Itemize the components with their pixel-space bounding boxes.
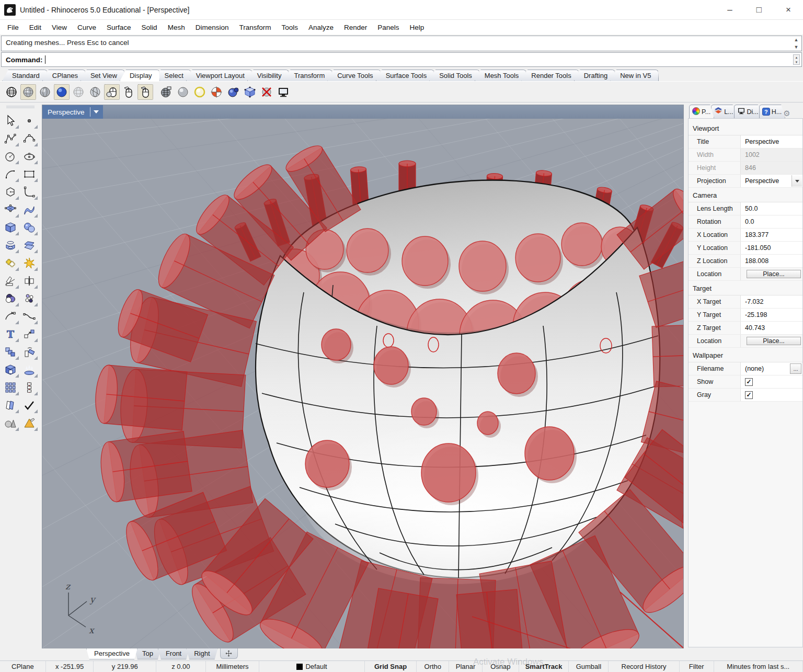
property-value-location[interactable]: Place...	[741, 268, 802, 280]
tool-extrude-icon[interactable]	[20, 361, 38, 378]
property-value-z-target[interactable]: 40.743	[741, 322, 802, 334]
toolbar-tab-select[interactable]: Select	[155, 70, 191, 81]
tool-rectangle-icon[interactable]	[20, 166, 38, 183]
command-history-scroll[interactable]: ▲▼	[793, 37, 800, 50]
tool-cone-gray-icon[interactable]	[2, 415, 19, 431]
menu-curve[interactable]: Curve	[72, 22, 101, 33]
location-place-button[interactable]: Place...	[747, 337, 801, 345]
mouse-box-alt-icon[interactable]	[137, 84, 153, 100]
toolbar-tab-render-tools[interactable]: Render Tools	[521, 70, 579, 81]
property-value-z-location[interactable]: 188.008	[741, 255, 802, 267]
menu-mesh[interactable]: Mesh	[163, 22, 190, 33]
menu-edit[interactable]: Edit	[24, 22, 47, 33]
shaded-sphere-icon[interactable]	[20, 84, 36, 100]
pen-sphere-icon[interactable]	[225, 84, 241, 100]
show-checkbox[interactable]: ✓	[745, 378, 753, 386]
tool-spheres-icon[interactable]	[20, 219, 38, 236]
property-value-y-target[interactable]: -25.198	[741, 309, 802, 321]
toolbar-tab-curve-tools[interactable]: Curve Tools	[327, 70, 381, 81]
property-value-x-location[interactable]: 183.377	[741, 229, 802, 241]
tool-curve-boolean-icon[interactable]	[2, 290, 19, 307]
monitor-icon[interactable]	[276, 84, 291, 100]
toolbar-tab-standard[interactable]: Standard	[2, 70, 48, 81]
tool-ellipse-icon[interactable]	[20, 148, 38, 165]
property-value-show[interactable]: ✓	[741, 375, 802, 388]
tool-polyline-icon[interactable]	[2, 130, 19, 147]
value-text[interactable]: -25.198	[745, 311, 767, 318]
command-spinner[interactable]: ▲▼	[793, 54, 800, 65]
value-text[interactable]: Perspective	[745, 177, 779, 185]
property-value-lens-length[interactable]: 50.0	[741, 202, 802, 215]
viewport-menu-arrow-icon[interactable]	[94, 110, 99, 113]
viewport-canvas[interactable]: zyx	[42, 119, 683, 648]
property-value-y-location[interactable]: -181.050	[741, 242, 802, 254]
value-text[interactable]: 40.743	[745, 324, 765, 332]
menu-view[interactable]: View	[47, 22, 72, 33]
property-value-title[interactable]: Perspective	[741, 135, 802, 148]
tool-point-icon[interactable]	[20, 112, 38, 129]
tool-group-icon[interactable]	[2, 397, 19, 414]
tool-adjust-curve-icon[interactable]	[2, 308, 19, 325]
viewport-tab-perspective[interactable]: Perspective	[86, 648, 137, 659]
no-draw-sphere-icon[interactable]	[259, 84, 274, 100]
tool-linear-array-icon[interactable]	[20, 379, 38, 396]
tool-check-icon[interactable]	[20, 397, 38, 414]
toolbar-tab-display[interactable]: Display	[120, 70, 160, 81]
viewport-title-bar[interactable]: Perspective	[42, 105, 683, 119]
status-z-coord[interactable]: z 0.00	[156, 661, 206, 672]
toolbar-tab-solid-tools[interactable]: Solid Tools	[429, 70, 480, 81]
tool-point-cloud-icon[interactable]	[20, 290, 38, 307]
panel-tab-properties[interactable]: P...	[689, 105, 714, 118]
tool-explode-icon[interactable]	[20, 255, 38, 271]
property-value-gray[interactable]: ✓	[741, 389, 802, 401]
status-cplane[interactable]: CPlane	[0, 661, 46, 672]
menu-analyze[interactable]: Analyze	[303, 22, 339, 33]
status-y-coord[interactable]: y 219.96	[94, 661, 156, 672]
blueprint-box-icon[interactable]	[242, 84, 258, 100]
gray-checkbox[interactable]: ✓	[745, 391, 753, 399]
browse-button[interactable]: ...	[790, 363, 801, 374]
value-text[interactable]: (none)	[745, 365, 764, 372]
status-units[interactable]: Millimeters	[206, 661, 260, 672]
status-toggle-grid-snap[interactable]: Grid Snap	[365, 661, 417, 672]
toolbar-tab-transform[interactable]: Transform	[284, 70, 332, 81]
status-toggle-record-history[interactable]: Record History	[609, 661, 680, 672]
shaded-sphere-alt-icon[interactable]	[37, 84, 53, 100]
ghosted-globe-icon[interactable]	[71, 84, 86, 100]
value-text[interactable]: -181.050	[745, 244, 771, 252]
status-toggle-filter[interactable]: Filter	[680, 661, 714, 672]
property-value-filename[interactable]: (none)...	[741, 362, 802, 375]
wireframe-globe-icon[interactable]	[4, 84, 19, 100]
status-toggle-ortho[interactable]: Ortho	[417, 661, 449, 672]
viewport-tab-top[interactable]: Top	[134, 648, 161, 659]
tool-cone-orange-icon[interactable]	[20, 415, 38, 431]
toolbar-tab-surface-tools[interactable]: Surface Tools	[376, 70, 435, 81]
tool-rotate-icon[interactable]	[20, 344, 38, 360]
status-toggle-gumball[interactable]: Gumball	[569, 661, 609, 672]
tool-curved-surface-icon[interactable]	[20, 201, 38, 218]
value-text[interactable]: Perspective	[745, 138, 779, 145]
panel-tab-layers[interactable]: L...	[711, 105, 737, 118]
toolbar-tab-visibility[interactable]: Visibility	[247, 70, 290, 81]
status-toggle-planar[interactable]: Planar	[449, 661, 483, 672]
value-text[interactable]: 50.0	[745, 205, 758, 212]
tool-arc-icon[interactable]	[2, 166, 19, 183]
toolbar-tab-viewport-layout[interactable]: Viewport Layout	[186, 70, 253, 81]
tool-surface-control-points-icon[interactable]	[2, 201, 19, 218]
status-toggle-smarttrack[interactable]: SmartTrack	[519, 661, 569, 672]
status-x-coord[interactable]: x -251.95	[46, 661, 94, 672]
menu-tools[interactable]: Tools	[276, 22, 303, 33]
tool-trim-icon[interactable]	[2, 272, 19, 289]
property-value-location[interactable]: Place...	[741, 335, 802, 347]
menu-solid[interactable]: Solid	[136, 22, 163, 33]
toolbar-tab-new-in-v5[interactable]: New in V5	[610, 70, 659, 81]
tool-fillet-corner-icon[interactable]	[20, 184, 38, 200]
tool-select-arrow-icon[interactable]	[2, 112, 19, 129]
tool-torus-icon[interactable]	[2, 237, 19, 254]
gray-sphere-icon[interactable]	[175, 84, 191, 100]
menu-render[interactable]: Render	[339, 22, 372, 33]
tool-control-point-curve-icon[interactable]	[20, 130, 38, 147]
dropdown-arrow-icon[interactable]	[791, 175, 802, 187]
tool-blend-curve-icon[interactable]	[20, 308, 38, 325]
tool-move-points-icon[interactable]	[20, 326, 38, 343]
